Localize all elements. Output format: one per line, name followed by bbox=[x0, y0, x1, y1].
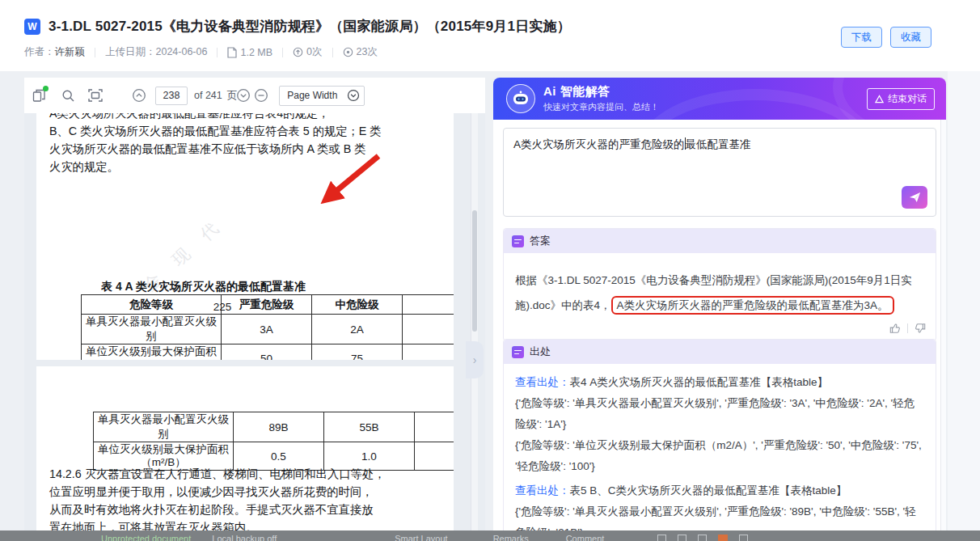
status-item[interactable]: Smart Layout bbox=[395, 533, 447, 541]
layout-view-icon[interactable] bbox=[739, 535, 748, 541]
favorite-button[interactable]: 收藏 bbox=[890, 27, 931, 48]
zoom-mode-value: Page Width bbox=[287, 90, 337, 101]
source-doc-icon bbox=[512, 346, 524, 358]
status-bar: Unprotected document Local backup off Sm… bbox=[0, 530, 980, 541]
view-source-link[interactable]: 查看出处： bbox=[515, 484, 570, 497]
table-cell: 55B bbox=[324, 412, 415, 442]
end-chat-button[interactable]: 结束对话 bbox=[867, 88, 935, 110]
view-count: 23次 bbox=[343, 45, 378, 59]
page-total-label: of 241 bbox=[194, 90, 222, 101]
document-title-row: W 3-1.DL 5027-2015《电力设备典型消防规程》（国家能源局）（20… bbox=[24, 17, 571, 36]
source-entry: 查看出处：表5 B、C类火灾场所灭火器的最低配置基准【表格table】 {'危险… bbox=[515, 480, 924, 530]
document-scrollbar[interactable] bbox=[471, 113, 478, 530]
divider bbox=[332, 48, 333, 57]
zoom-mode-select[interactable]: Page Width bbox=[279, 86, 365, 106]
statusbar-icons bbox=[657, 533, 748, 541]
download-button[interactable]: 下载 bbox=[841, 27, 882, 48]
ai-panel-scrollbar[interactable] bbox=[940, 120, 946, 530]
file-size: 1.2 MB bbox=[227, 47, 272, 58]
paper-plane-icon bbox=[909, 192, 921, 203]
alert-triangle-icon bbox=[875, 95, 884, 104]
ai-robot-icon bbox=[506, 84, 535, 113]
doc-paragraph: 14.2.6 灭火器宜设置在人行通道、楼梯间、电梯间和出入口等处， 位置应明显并… bbox=[49, 465, 437, 530]
doc-line: 火灾场所灭火器的最低配置基准不应低于该场所内 A 类或 B 类 bbox=[49, 140, 429, 158]
table-cell: 89B bbox=[234, 412, 324, 442]
doc-line: 14.2.6 灭火器宜设置在人行通道、楼梯间、电梯间和出入口等处， bbox=[49, 465, 437, 483]
upload-date: 上传日期：2024-06-06 bbox=[105, 45, 207, 59]
status-item[interactable]: Unprotected document bbox=[101, 533, 191, 541]
table-cell: 2A bbox=[312, 315, 403, 344]
chevron-down-icon bbox=[347, 89, 360, 102]
source-table-row: {'危险等级': '单位灭火级别最大保护面积（m2/A）', '严重危险级': … bbox=[515, 435, 924, 477]
page-number-input[interactable] bbox=[155, 87, 188, 105]
file-icon bbox=[227, 47, 237, 58]
layout-view-icon[interactable] bbox=[698, 535, 707, 541]
author-label: 作者：许新颖 bbox=[24, 45, 85, 59]
answer-feedback bbox=[504, 323, 936, 340]
source-title: 表5 B、C类火灾场所灭火器的最低配置基准【表格table】 bbox=[570, 484, 847, 497]
document-scroll-area[interactable]: A类火灾场所灭火器的最低配置基准应符合表4的规定； B、C 类火灾场所灭火器的最… bbox=[24, 113, 485, 530]
divider bbox=[217, 48, 218, 57]
panel-expand-handle[interactable]: › bbox=[466, 341, 484, 378]
answer-text: 根据《3-1.DL 5027-2015《电力设备典型消防规程》(国家能源局)(2… bbox=[504, 253, 936, 323]
ai-header-text: Ai 智能解答 快速对文章内容提问、总结！ bbox=[543, 84, 659, 113]
table-cell bbox=[403, 315, 454, 344]
source-table-row: {'危险等级': '单具灭火器最小配置灭火级别', '严重危险级': '3A',… bbox=[515, 393, 924, 435]
table-cell: 3A bbox=[222, 315, 312, 344]
status-dot bbox=[43, 86, 49, 91]
header-actions: 下载 收藏 bbox=[841, 27, 931, 48]
send-button[interactable] bbox=[902, 186, 927, 209]
thumbs-up-icon[interactable] bbox=[889, 323, 901, 334]
status-item[interactable]: Comment bbox=[566, 533, 605, 541]
table5-continued: 单具灭火器最小配置灭火级别 89B 55B 单位灭火级别最大保护面积 （m²/B… bbox=[93, 412, 454, 471]
word-doc-icon: W bbox=[24, 19, 40, 35]
document-page-225: A类火灾场所灭火器的最低配置基准应符合表4的规定； B、C 类火灾场所灭火器的最… bbox=[36, 113, 454, 360]
document-viewer-panel: of 241 页 Page Width A类火灾场所灭火器的最低配置基准应符合表… bbox=[24, 78, 485, 530]
ai-subtitle: 快速对文章内容提问、总结！ bbox=[543, 101, 659, 113]
view-source-link[interactable]: 查看出处： bbox=[515, 376, 570, 388]
ai-title: Ai 智能解答 bbox=[543, 84, 659, 99]
table4-title: 表 4 A 类火灾场所灭火器的最低配置基准 bbox=[101, 280, 306, 294]
previous-page-icon[interactable] bbox=[131, 87, 147, 104]
source-title: 表4 A类火灾场所灭火器的最低配置基准【表格table】 bbox=[570, 376, 829, 388]
answer-highlight-annotation: A类火灾场所灭火器的严重危险级的最低配置基准为3A。 bbox=[611, 296, 894, 315]
document-page-226: 单具灭火器最小配置灭火级别 89B 55B 单位灭火级别最大保护面积 （m²/B… bbox=[36, 366, 454, 530]
answer-card-header: 答案 bbox=[504, 229, 936, 253]
status-item[interactable]: Local backup off bbox=[212, 533, 277, 541]
layout-view-icon[interactable] bbox=[657, 535, 666, 541]
question-text: 最低配置基准 bbox=[686, 138, 751, 150]
doc-line: B、C 类火灾场所灭火器的最低配置基准应符合表 5 的规定；E 类 bbox=[49, 122, 429, 140]
search-icon[interactable] bbox=[60, 87, 76, 104]
table-cell bbox=[415, 412, 454, 442]
doc-line: 置在地面上，可将其放置在灭火器箱内。 bbox=[49, 518, 437, 530]
thumbnail-sidebar-icon[interactable] bbox=[31, 87, 47, 104]
divider bbox=[282, 48, 283, 57]
active-view-icon[interactable] bbox=[718, 535, 728, 541]
doc-paragraph: A类火灾场所灭火器的最低配置基准应符合表4的规定； B、C 类火灾场所灭火器的最… bbox=[49, 113, 429, 175]
doc-line: 从而及时有效地将火扑灭在初起阶段。手提式灭火器不宜直接放 bbox=[49, 501, 437, 518]
table-cell bbox=[403, 295, 454, 315]
status-item[interactable]: Remarks bbox=[493, 533, 529, 541]
chevron-right-icon: › bbox=[473, 353, 477, 366]
doc-line: 火灾的规定。 bbox=[49, 158, 429, 175]
question-text: A类火灾场所灭火器的严重危险级的 bbox=[513, 138, 685, 150]
next-page-icon[interactable] bbox=[235, 87, 251, 104]
table-cell bbox=[403, 344, 454, 361]
fit-screen-icon[interactable] bbox=[87, 87, 103, 104]
author-name: 许新颖 bbox=[55, 46, 86, 57]
source-card: 出处 查看出处：表4 A类火灾场所灭火器的最低配置基准【表格table】 {'危… bbox=[503, 339, 936, 530]
page-title: 3-1.DL 5027-2015《电力设备典型消防规程》（国家能源局）（2015… bbox=[49, 17, 571, 36]
zoom-out-icon[interactable] bbox=[253, 87, 269, 104]
question-input[interactable]: A类火灾场所灭火器的严重危险级的最低配置基准 bbox=[503, 128, 936, 217]
divider bbox=[95, 48, 95, 57]
table-cell: 50 bbox=[222, 344, 312, 361]
thumbs-down-icon[interactable] bbox=[915, 323, 926, 334]
answer-label: 答案 bbox=[530, 234, 551, 248]
table-cell: 单位灭火级别最大保护面积 （m²/A） bbox=[82, 344, 222, 361]
views-icon bbox=[343, 47, 353, 57]
layout-view-icon[interactable] bbox=[678, 535, 686, 541]
document-meta-row: 作者：许新颖 上传日期：2024-06-06 1.2 MB 0次 23次 bbox=[24, 45, 378, 59]
doc-line-clipped: A类火灾场所灭火器的最低配置基准应符合表4的规定； bbox=[49, 113, 429, 122]
source-body: 查看出处：表4 A类火灾场所灭火器的最低配置基准【表格table】 {'危险等级… bbox=[504, 364, 936, 530]
scrollbar-thumb[interactable] bbox=[472, 210, 477, 332]
